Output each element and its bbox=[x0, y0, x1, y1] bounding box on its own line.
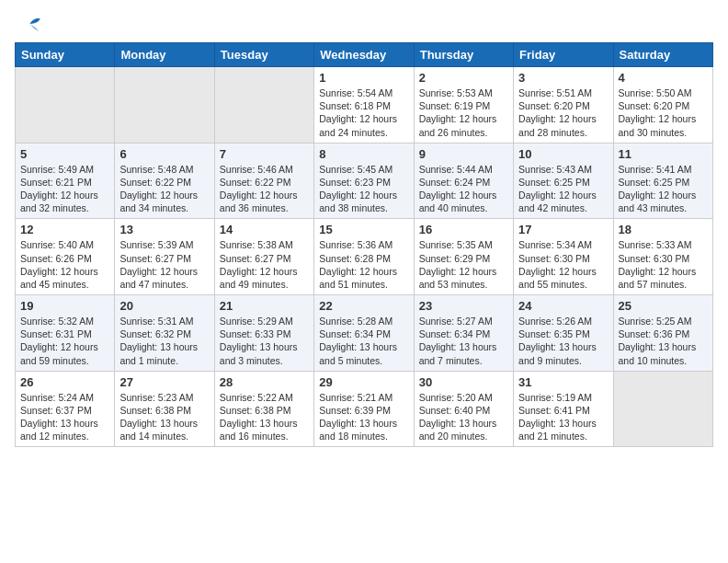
day-info: Sunrise: 5:35 AM Sunset: 6:29 PM Dayligh… bbox=[419, 238, 508, 291]
calendar-cell: 26Sunrise: 5:24 AM Sunset: 6:37 PM Dayli… bbox=[16, 371, 115, 447]
day-number: 7 bbox=[220, 147, 309, 161]
calendar-cell: 31Sunrise: 5:19 AM Sunset: 6:41 PM Dayli… bbox=[514, 371, 613, 447]
page-header bbox=[15, 15, 713, 33]
day-info: Sunrise: 5:45 AM Sunset: 6:23 PM Dayligh… bbox=[319, 163, 408, 215]
weekday-header-saturday: Saturday bbox=[613, 43, 712, 67]
calendar-week-row: 26Sunrise: 5:24 AM Sunset: 6:37 PM Dayli… bbox=[16, 371, 713, 447]
calendar-week-row: 19Sunrise: 5:32 AM Sunset: 6:31 PM Dayli… bbox=[16, 295, 713, 372]
day-info: Sunrise: 5:19 AM Sunset: 6:41 PM Dayligh… bbox=[518, 391, 608, 443]
calendar-cell: 7Sunrise: 5:46 AM Sunset: 6:22 PM Daylig… bbox=[214, 143, 313, 219]
calendar-cell: 28Sunrise: 5:22 AM Sunset: 6:38 PM Dayli… bbox=[214, 371, 313, 447]
day-number: 28 bbox=[220, 375, 309, 389]
day-number: 3 bbox=[518, 71, 608, 85]
calendar-cell: 3Sunrise: 5:51 AM Sunset: 6:20 PM Daylig… bbox=[514, 67, 613, 144]
calendar-cell: 13Sunrise: 5:39 AM Sunset: 6:27 PM Dayli… bbox=[115, 219, 214, 295]
calendar-cell: 25Sunrise: 5:25 AM Sunset: 6:36 PM Dayli… bbox=[613, 295, 712, 372]
day-number: 14 bbox=[220, 223, 309, 236]
day-info: Sunrise: 5:27 AM Sunset: 6:34 PM Dayligh… bbox=[419, 315, 508, 367]
day-number: 31 bbox=[518, 375, 608, 389]
weekday-header-row: SundayMondayTuesdayWednesdayThursdayFrid… bbox=[16, 43, 713, 67]
calendar-week-row: 5Sunrise: 5:49 AM Sunset: 6:21 PM Daylig… bbox=[16, 143, 713, 219]
calendar-cell: 9Sunrise: 5:44 AM Sunset: 6:24 PM Daylig… bbox=[414, 143, 513, 219]
calendar-week-row: 1Sunrise: 5:54 AM Sunset: 6:18 PM Daylig… bbox=[16, 67, 713, 144]
calendar-cell: 11Sunrise: 5:41 AM Sunset: 6:25 PM Dayli… bbox=[613, 143, 712, 219]
calendar-table: SundayMondayTuesdayWednesdayThursdayFrid… bbox=[15, 42, 713, 447]
day-number: 19 bbox=[20, 299, 109, 313]
logo bbox=[15, 15, 46, 33]
day-info: Sunrise: 5:21 AM Sunset: 6:39 PM Dayligh… bbox=[319, 391, 408, 443]
day-number: 22 bbox=[319, 299, 408, 313]
calendar-cell: 1Sunrise: 5:54 AM Sunset: 6:18 PM Daylig… bbox=[314, 67, 414, 144]
calendar-cell: 23Sunrise: 5:27 AM Sunset: 6:34 PM Dayli… bbox=[414, 295, 513, 372]
calendar-cell: 16Sunrise: 5:35 AM Sunset: 6:29 PM Dayli… bbox=[414, 219, 513, 295]
day-number: 21 bbox=[220, 299, 309, 313]
day-number: 16 bbox=[419, 223, 508, 236]
calendar-cell: 12Sunrise: 5:40 AM Sunset: 6:26 PM Dayli… bbox=[16, 219, 115, 295]
day-info: Sunrise: 5:29 AM Sunset: 6:33 PM Dayligh… bbox=[220, 315, 309, 367]
day-info: Sunrise: 5:33 AM Sunset: 6:30 PM Dayligh… bbox=[619, 238, 708, 291]
day-number: 18 bbox=[619, 223, 708, 236]
calendar-cell bbox=[214, 67, 313, 144]
day-number: 2 bbox=[419, 71, 508, 85]
day-info: Sunrise: 5:41 AM Sunset: 6:25 PM Dayligh… bbox=[619, 163, 708, 215]
day-info: Sunrise: 5:28 AM Sunset: 6:34 PM Dayligh… bbox=[319, 315, 408, 367]
calendar-cell: 30Sunrise: 5:20 AM Sunset: 6:40 PM Dayli… bbox=[414, 371, 513, 447]
day-info: Sunrise: 5:46 AM Sunset: 6:22 PM Dayligh… bbox=[220, 163, 309, 215]
calendar-cell: 6Sunrise: 5:48 AM Sunset: 6:22 PM Daylig… bbox=[115, 143, 214, 219]
calendar-cell: 19Sunrise: 5:32 AM Sunset: 6:31 PM Dayli… bbox=[16, 295, 115, 372]
day-number: 11 bbox=[619, 147, 708, 161]
day-number: 27 bbox=[119, 375, 209, 389]
day-number: 4 bbox=[619, 71, 708, 85]
calendar-cell bbox=[115, 67, 214, 144]
day-info: Sunrise: 5:25 AM Sunset: 6:36 PM Dayligh… bbox=[619, 315, 708, 367]
day-info: Sunrise: 5:39 AM Sunset: 6:27 PM Dayligh… bbox=[119, 238, 209, 291]
day-info: Sunrise: 5:49 AM Sunset: 6:21 PM Dayligh… bbox=[20, 163, 109, 215]
day-number: 26 bbox=[20, 375, 109, 389]
day-number: 1 bbox=[319, 71, 408, 85]
calendar-cell: 14Sunrise: 5:38 AM Sunset: 6:27 PM Dayli… bbox=[214, 219, 313, 295]
day-info: Sunrise: 5:34 AM Sunset: 6:30 PM Dayligh… bbox=[518, 238, 608, 291]
logo-icon bbox=[15, 15, 42, 33]
day-info: Sunrise: 5:26 AM Sunset: 6:35 PM Dayligh… bbox=[518, 315, 608, 367]
day-info: Sunrise: 5:36 AM Sunset: 6:28 PM Dayligh… bbox=[319, 238, 408, 291]
calendar-cell: 20Sunrise: 5:31 AM Sunset: 6:32 PM Dayli… bbox=[115, 295, 214, 372]
day-info: Sunrise: 5:50 AM Sunset: 6:20 PM Dayligh… bbox=[619, 86, 708, 139]
day-info: Sunrise: 5:22 AM Sunset: 6:38 PM Dayligh… bbox=[220, 391, 309, 443]
day-number: 24 bbox=[518, 299, 608, 313]
day-number: 13 bbox=[119, 223, 209, 236]
calendar-cell: 22Sunrise: 5:28 AM Sunset: 6:34 PM Dayli… bbox=[314, 295, 414, 372]
weekday-header-friday: Friday bbox=[514, 43, 613, 67]
day-number: 23 bbox=[419, 299, 508, 313]
day-info: Sunrise: 5:44 AM Sunset: 6:24 PM Dayligh… bbox=[419, 163, 508, 215]
day-info: Sunrise: 5:23 AM Sunset: 6:38 PM Dayligh… bbox=[119, 391, 209, 443]
calendar-cell: 29Sunrise: 5:21 AM Sunset: 6:39 PM Dayli… bbox=[314, 371, 414, 447]
day-info: Sunrise: 5:54 AM Sunset: 6:18 PM Dayligh… bbox=[319, 86, 408, 139]
day-number: 5 bbox=[20, 147, 109, 161]
day-info: Sunrise: 5:20 AM Sunset: 6:40 PM Dayligh… bbox=[419, 391, 508, 443]
calendar-cell: 10Sunrise: 5:43 AM Sunset: 6:25 PM Dayli… bbox=[514, 143, 613, 219]
day-number: 8 bbox=[319, 147, 408, 161]
calendar-cell: 27Sunrise: 5:23 AM Sunset: 6:38 PM Dayli… bbox=[115, 371, 214, 447]
day-number: 9 bbox=[419, 147, 508, 161]
calendar-cell: 8Sunrise: 5:45 AM Sunset: 6:23 PM Daylig… bbox=[314, 143, 414, 219]
day-info: Sunrise: 5:24 AM Sunset: 6:37 PM Dayligh… bbox=[20, 391, 109, 443]
day-number: 20 bbox=[119, 299, 209, 313]
day-number: 12 bbox=[20, 223, 109, 236]
weekday-header-monday: Monday bbox=[115, 43, 214, 67]
calendar-cell: 4Sunrise: 5:50 AM Sunset: 6:20 PM Daylig… bbox=[613, 67, 712, 144]
calendar-cell: 21Sunrise: 5:29 AM Sunset: 6:33 PM Dayli… bbox=[214, 295, 313, 372]
calendar-cell: 17Sunrise: 5:34 AM Sunset: 6:30 PM Dayli… bbox=[514, 219, 613, 295]
day-info: Sunrise: 5:48 AM Sunset: 6:22 PM Dayligh… bbox=[119, 163, 209, 215]
day-info: Sunrise: 5:51 AM Sunset: 6:20 PM Dayligh… bbox=[518, 86, 608, 139]
day-info: Sunrise: 5:38 AM Sunset: 6:27 PM Dayligh… bbox=[220, 238, 309, 291]
day-number: 10 bbox=[518, 147, 608, 161]
weekday-header-thursday: Thursday bbox=[414, 43, 513, 67]
day-info: Sunrise: 5:40 AM Sunset: 6:26 PM Dayligh… bbox=[20, 238, 109, 291]
day-info: Sunrise: 5:53 AM Sunset: 6:19 PM Dayligh… bbox=[419, 86, 508, 139]
calendar-cell bbox=[16, 67, 115, 144]
day-number: 15 bbox=[319, 223, 408, 236]
weekday-header-tuesday: Tuesday bbox=[214, 43, 313, 67]
day-number: 6 bbox=[119, 147, 209, 161]
day-number: 25 bbox=[619, 299, 708, 313]
calendar-cell: 15Sunrise: 5:36 AM Sunset: 6:28 PM Dayli… bbox=[314, 219, 414, 295]
